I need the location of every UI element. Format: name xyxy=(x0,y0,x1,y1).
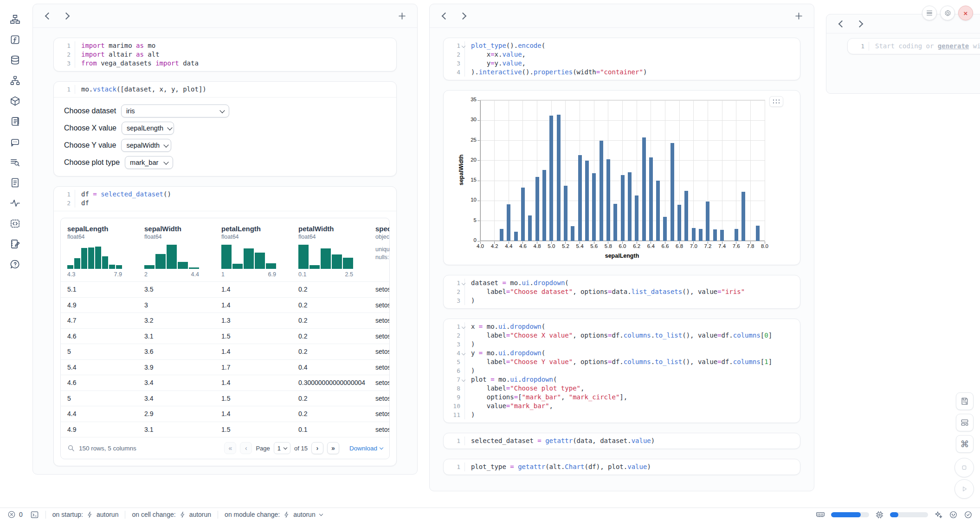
code-editor[interactable]: 1 Start coding or generate with AI xyxy=(848,39,980,54)
cell-xy-plot-dropdowns[interactable]: 1x = mo.ui.dropdown(2 label="Choose X va… xyxy=(443,319,800,423)
next-page-button[interactable]: › xyxy=(311,442,323,454)
layout-button[interactable] xyxy=(956,414,974,431)
fold-chevron-icon[interactable] xyxy=(462,352,465,355)
column-header-petalLength[interactable]: petalLengthfloat6416.9 xyxy=(219,225,296,278)
sidebar-file-tree-button[interactable] xyxy=(8,12,22,26)
run-all-button[interactable] xyxy=(954,479,974,499)
generate-with-ai-link[interactable]: generate xyxy=(938,42,969,50)
fold-chevron-icon[interactable] xyxy=(462,378,465,382)
sidebar-dependencies-button[interactable] xyxy=(8,73,22,87)
save-button[interactable] xyxy=(956,392,974,410)
code-editor[interactable]: 1plot_type().encode(2 x=x.value,3 y=y.va… xyxy=(444,38,800,80)
page-select[interactable]: 1 xyxy=(274,442,290,454)
scroll-left-button[interactable] xyxy=(41,9,55,23)
stop-button[interactable] xyxy=(954,458,974,477)
on-module-change-setting[interactable]: on module change:autorun xyxy=(225,511,322,518)
ai-assist-button[interactable] xyxy=(934,510,943,519)
code-editor[interactable]: 1df = selected_dataset()2df xyxy=(54,187,396,211)
table-cell: 1.4 xyxy=(215,286,292,293)
fold-chevron-icon[interactable] xyxy=(462,281,465,285)
sidebar-tracing-button[interactable] xyxy=(8,196,22,210)
chevron-down-icon xyxy=(284,445,287,449)
dataset-select[interactable]: iris xyxy=(121,104,229,117)
table-row[interactable]: 53.41.50.2setos xyxy=(61,391,389,406)
sidebar-datasources-button[interactable] xyxy=(8,53,22,67)
cell-plot-encode[interactable]: 1plot_type().encode(2 x=x.value,3 y=y.va… xyxy=(443,38,800,80)
cell-empty[interactable]: 1 Start coding or generate with AI xyxy=(847,38,980,54)
fold-chevron-icon[interactable] xyxy=(462,325,465,329)
code-editor[interactable]: 1dataset = mo.ui.dropdown(2 label="Choos… xyxy=(444,275,800,308)
sidebar-chat-button[interactable] xyxy=(8,135,22,149)
settings-button[interactable] xyxy=(940,6,955,20)
first-page-button[interactable]: « xyxy=(224,442,236,454)
sidebar-help-button[interactable] xyxy=(8,257,22,271)
close-panel-button[interactable]: × xyxy=(958,6,973,20)
sidebar-logs-button[interactable] xyxy=(8,155,22,169)
table-row[interactable]: 4.73.21.30.2setos xyxy=(61,313,389,328)
column-histogram xyxy=(144,245,199,269)
bar-chart[interactable]: 4.04.24.44.64.85.05.25.45.65.86.06.26.46… xyxy=(480,100,765,241)
connection-status-button[interactable] xyxy=(964,510,973,519)
code-line: 4).interactive().properties(width="conta… xyxy=(444,68,800,77)
scroll-left-button[interactable] xyxy=(438,9,452,23)
sidebar-scratchpad-button[interactable] xyxy=(8,237,22,251)
scroll-right-button[interactable] xyxy=(456,9,470,23)
error-count: 0 xyxy=(19,511,23,518)
table-cell: 5.4 xyxy=(61,364,138,371)
plot-type-select[interactable]: mark_bar xyxy=(125,156,173,169)
search-icon[interactable] xyxy=(67,444,75,452)
assistant-button[interactable] xyxy=(949,510,958,519)
terminal-button[interactable] xyxy=(30,510,39,519)
table-row[interactable]: 4.931.40.2setos xyxy=(61,297,389,313)
cell-imports[interactable]: 1import marimo as mo2import altair as al… xyxy=(53,38,397,72)
cell-plot-type[interactable]: 1plot_type = getattr(alt.Chart(df), plot… xyxy=(443,459,800,475)
table-row[interactable]: 4.63.11.50.2setos xyxy=(61,328,389,344)
add-cell-button[interactable] xyxy=(395,9,409,23)
column-header-spec[interactable]: specobjecuniqunulls: xyxy=(373,225,390,278)
y-value-select[interactable]: sepalWidth xyxy=(121,139,171,152)
sidebar-snippets-button[interactable] xyxy=(8,216,22,230)
x-value-select[interactable]: sepalLength xyxy=(122,122,174,135)
table-cell: setos xyxy=(369,364,390,371)
add-cell-button[interactable] xyxy=(792,9,806,23)
line-number: 5 xyxy=(444,358,465,366)
menu-button[interactable] xyxy=(922,6,937,20)
notebook-column-2: 1plot_type().encode(2 x=x.value,3 y=y.va… xyxy=(429,4,814,491)
on-cell-change-setting[interactable]: on cell change:autorun xyxy=(132,511,211,518)
table-row[interactable]: 5.13.51.40.2setos xyxy=(61,281,389,297)
table-row[interactable]: 5.43.91.70.4setos xyxy=(61,359,389,375)
sidebar-outline-button[interactable] xyxy=(8,114,22,128)
error-count-badge[interactable]: 0 xyxy=(7,510,23,519)
sidebar-documentation-button[interactable] xyxy=(8,176,22,189)
table-row[interactable]: 4.63.41.40.30000000000000004setos xyxy=(61,375,389,391)
cell-dataset-dropdown[interactable]: 1dataset = mo.ui.dropdown(2 label="Choos… xyxy=(443,275,800,309)
prev-page-button[interactable]: ‹ xyxy=(240,442,252,454)
download-button[interactable]: Download xyxy=(349,445,383,452)
table-row[interactable]: 4.93.11.50.1setos xyxy=(61,422,389,437)
code-editor[interactable]: 1x = mo.ui.dropdown(2 label="Choose X va… xyxy=(444,319,800,423)
code-editor[interactable]: 1selected_dataset = getattr(data, datase… xyxy=(444,433,800,449)
cell-selected-dataset[interactable]: 1selected_dataset = getattr(data, datase… xyxy=(443,433,800,449)
scroll-left-button[interactable] xyxy=(835,17,849,31)
last-page-button[interactable]: » xyxy=(327,442,339,454)
fold-chevron-icon[interactable] xyxy=(462,44,465,48)
code-editor[interactable]: 1plot_type = getattr(alt.Chart(df), plot… xyxy=(444,459,800,475)
cell-output-form: Choose dataset iris Choose X value sepal… xyxy=(54,97,396,176)
chart-options-button[interactable] xyxy=(769,96,783,107)
cell-dataframe[interactable]: 1df = selected_dataset()2df sepalLengthf… xyxy=(53,186,397,466)
on-startup-setting[interactable]: on startup:autorun xyxy=(52,511,119,518)
sidebar-packages-button[interactable] xyxy=(8,94,22,108)
sidebar-functions-button[interactable] xyxy=(8,33,22,46)
column-header-petalWidth[interactable]: petalWidthfloat640.12.5 xyxy=(296,225,373,278)
cell-vstack[interactable]: 1mo.vstack([dataset, x, y, plot]) Choose… xyxy=(53,81,397,176)
table-row[interactable]: 53.61.40.2setos xyxy=(61,344,389,359)
code-editor[interactable]: 1import marimo as mo2import altair as al… xyxy=(54,38,396,71)
code-editor[interactable]: 1mo.vstack([dataset, x, y, plot]) xyxy=(54,82,396,97)
scroll-right-button[interactable] xyxy=(59,9,73,23)
table-row[interactable]: 4.42.91.40.2setos xyxy=(61,406,389,422)
keyboard-shortcuts-button[interactable]: ⌘ xyxy=(956,435,974,453)
code-placeholder[interactable]: Start coding or generate with AI xyxy=(869,42,980,51)
column-header-sepalWidth[interactable]: sepalWidthfloat6424.4 xyxy=(142,225,219,278)
scroll-right-button[interactable] xyxy=(852,17,866,31)
column-header-sepalLength[interactable]: sepalLengthfloat644.37.9 xyxy=(64,225,142,278)
